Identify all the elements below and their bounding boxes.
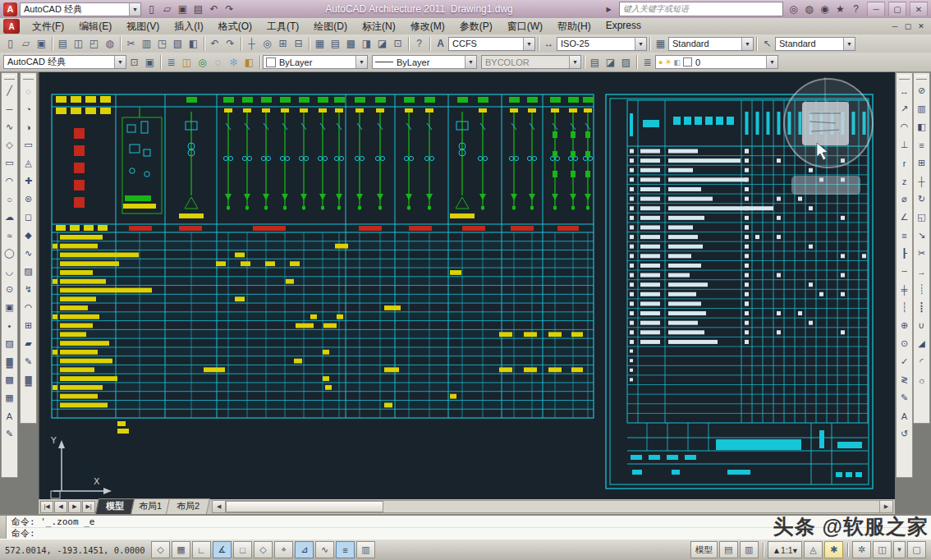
rectangle-icon[interactable]: ▭	[2, 154, 17, 172]
toggle-lineweight[interactable]: ≡	[336, 541, 355, 558]
menu-窗口W[interactable]: 窗口(W)	[500, 18, 550, 35]
layer-unisolate-icon[interactable]: ◌	[210, 55, 226, 70]
jogged-dimension-icon[interactable]: z	[897, 172, 912, 190]
inspection-icon[interactable]: ✓	[897, 353, 912, 370]
chevron-down-icon[interactable]: ▼	[843, 38, 855, 50]
toolbar-grip[interactable]	[23, 76, 34, 80]
dimension-style-combo[interactable]: ISO-25▼	[557, 37, 647, 51]
new-icon[interactable]: ▯	[2, 36, 18, 51]
model-space-button[interactable]: 模型	[690, 541, 718, 558]
last-tab-icon[interactable]: ▶|	[82, 501, 95, 513]
radius-dimension-icon[interactable]: r	[897, 154, 912, 172]
drawing-canvas[interactable]: XY	[39, 72, 895, 499]
aec-tool-13-icon[interactable]: ◠	[21, 299, 36, 316]
plot-preview-icon[interactable]: ◫	[71, 36, 86, 51]
chevron-down-icon[interactable]: ▼	[355, 56, 367, 68]
quick-view-layouts-icon[interactable]: ▤	[719, 541, 738, 558]
table-style-icon[interactable]: ▦	[653, 36, 668, 51]
help-icon[interactable]: ?	[411, 36, 427, 51]
toggle-grid[interactable]: ▦	[172, 541, 190, 558]
publish-icon[interactable]: ◰	[86, 36, 102, 51]
table-icon[interactable]: ▦	[2, 389, 17, 406]
subscription-icon[interactable]: ◍	[801, 2, 817, 16]
trim-icon[interactable]: ✂	[915, 245, 929, 262]
workspace-switching-icon[interactable]: ✲	[852, 541, 871, 558]
multileader-style-combo[interactable]: Standard▼	[775, 37, 855, 51]
region-icon[interactable]: ▩	[2, 371, 17, 388]
continue-dimension-icon[interactable]: ┄	[897, 263, 912, 280]
layer-lock-icon[interactable]: ◧	[241, 55, 257, 70]
break-at-point-icon[interactable]: ┊	[915, 281, 929, 298]
aec-tool-3-icon[interactable]: ◑	[21, 118, 36, 135]
auto-annotate-icon[interactable]: ✱	[824, 541, 843, 558]
explode-icon[interactable]: ☼	[915, 371, 929, 388]
aec-tool-12-icon[interactable]: ↯	[21, 281, 36, 298]
linear-dimension-icon[interactable]: ↔	[897, 82, 912, 99]
match-properties-icon[interactable]: ▧	[170, 36, 186, 51]
close-button[interactable]: ✕	[910, 2, 928, 16]
chevron-down-icon[interactable]: ▼	[129, 3, 140, 16]
tab-布局2[interactable]: 布局2	[166, 498, 210, 514]
aec-tool-6-icon[interactable]: ✚	[21, 172, 36, 190]
layer-properties-icon[interactable]: ≣	[163, 55, 179, 70]
insert-block-icon[interactable]: ⊙	[2, 281, 17, 298]
menu-参数P[interactable]: 参数(P)	[452, 18, 500, 35]
angular-dimension-icon[interactable]: ∠	[897, 209, 912, 226]
aec-tool-1-icon[interactable]: ◌	[21, 82, 36, 99]
copy-icon[interactable]: ▥	[915, 100, 929, 117]
undo-icon[interactable]: ↶	[206, 2, 222, 16]
open-icon[interactable]: ▱	[159, 2, 175, 16]
undo-icon[interactable]: ↶	[207, 36, 222, 51]
plot-icon[interactable]: ▤	[190, 2, 206, 16]
arc-length-dimension-icon[interactable]: ◠	[897, 118, 912, 135]
text-style-combo[interactable]: CCFS▼	[448, 37, 535, 51]
toggle-snap[interactable]: ◇	[151, 541, 170, 558]
revision-cloud-icon[interactable]: ☁	[2, 209, 17, 226]
aec-tool-8-icon[interactable]: ◻	[21, 209, 36, 226]
pline-edit-icon[interactable]: ✎	[2, 425, 17, 443]
zoom-previous-icon[interactable]: ⊟	[291, 36, 306, 51]
aec-tool-16-icon[interactable]: ✎	[21, 353, 36, 370]
workspace-settings-icon[interactable]: ⊡	[126, 55, 142, 70]
layer-freeze-icon[interactable]: ✻	[226, 55, 241, 70]
save-icon[interactable]: ▣	[34, 36, 49, 51]
zoom-window-icon[interactable]: ⊞	[275, 36, 291, 51]
chevron-down-icon[interactable]: ▼	[635, 38, 646, 50]
layer-isolate-icon[interactable]: ◎	[195, 55, 210, 70]
menu-格式O[interactable]: 格式(O)	[211, 18, 259, 35]
jogged-linear-icon[interactable]: ≷	[897, 371, 912, 388]
dimension-text-edit-icon[interactable]: A	[897, 407, 912, 425]
toolbar-grip[interactable]	[916, 76, 927, 80]
join-icon[interactable]: ∪	[915, 317, 929, 334]
infocenter-expand-icon[interactable]: ▶	[601, 2, 617, 16]
rotate-icon[interactable]: ↻	[915, 190, 929, 208]
gradient-icon[interactable]: ▓	[2, 353, 17, 370]
dimension-update-icon[interactable]: ↺	[897, 425, 912, 443]
layer-control-combo[interactable]: ● ☀ ◧ 0 ▼	[655, 55, 778, 69]
open-icon[interactable]: ▱	[18, 36, 34, 51]
toggle-otrack[interactable]: ⌖	[274, 541, 293, 558]
aec-tool-7-icon[interactable]: ⊚	[21, 190, 36, 208]
stretch-icon[interactable]: ↘	[915, 227, 929, 244]
scroll-right-icon[interactable]: ▶	[879, 501, 892, 512]
aec-tool-14-icon[interactable]: ⊞	[21, 317, 36, 334]
menu-绘图D[interactable]: 绘图(D)	[306, 18, 355, 35]
scale-icon[interactable]: ◱	[915, 209, 929, 226]
plot-icon[interactable]: ▤	[55, 36, 71, 51]
aec-tool-2-icon[interactable]: ◔	[21, 100, 36, 117]
menu-修改M[interactable]: 修改(M)	[403, 18, 452, 35]
menu-帮助H[interactable]: 帮助(H)	[550, 18, 598, 35]
toolbar-lock-icon[interactable]: ◫	[873, 541, 892, 558]
chevron-down-icon[interactable]: ▼	[741, 38, 753, 50]
next-tab-icon[interactable]: ▶	[68, 501, 81, 513]
table-style-combo[interactable]: Standard▼	[668, 37, 754, 51]
redo-icon[interactable]: ↷	[222, 36, 238, 51]
chevron-down-icon[interactable]: ▼	[766, 56, 777, 68]
horizontal-scrollbar[interactable]: ◀ ▶	[212, 500, 893, 513]
multiline-text-icon[interactable]: A	[2, 407, 17, 425]
baseline-dimension-icon[interactable]: ┠	[897, 245, 912, 262]
3d-dwf-icon[interactable]: ◍	[102, 36, 117, 51]
sheet-set-manager-icon[interactable]: ◨	[359, 36, 374, 51]
toggle-osnap[interactable]: □	[233, 541, 252, 558]
workspace-quick-combo[interactable]: AutoCAD 经典 ▼	[20, 2, 141, 16]
